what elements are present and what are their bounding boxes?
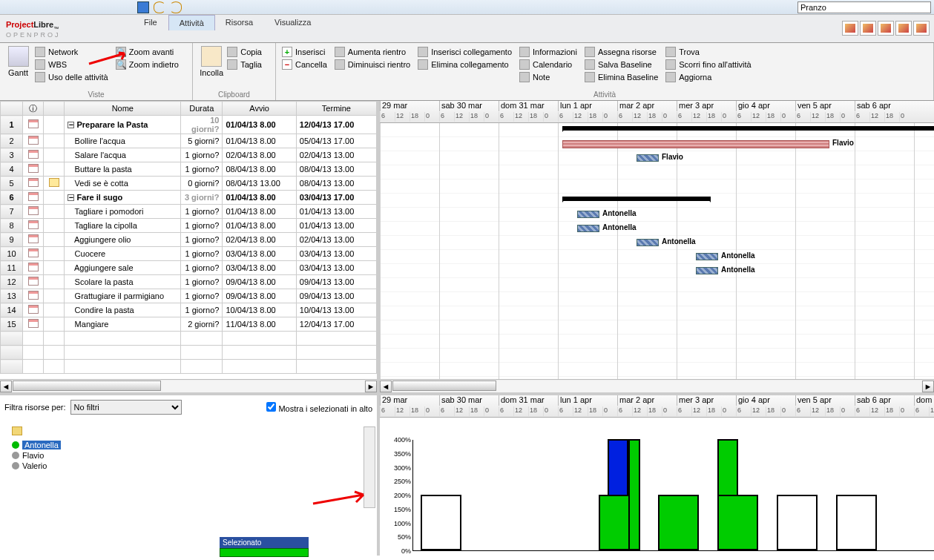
- resource-valerio[interactable]: Valerio: [12, 461, 372, 471]
- row-number[interactable]: 3: [1, 148, 23, 162]
- row-number[interactable]: 2: [1, 134, 23, 148]
- gantt-button[interactable]: Gantt: [6, 46, 30, 83]
- info-button[interactable]: Informazioni: [519, 46, 577, 58]
- task-start-cell[interactable]: 02/04/13 8.00: [223, 233, 296, 247]
- view-icon-4[interactable]: [895, 21, 912, 36]
- gantt-bar[interactable]: [577, 225, 599, 232]
- task-end-cell[interactable]: 03/04/13 13.00: [296, 247, 376, 261]
- task-name-cell[interactable]: Mangiare: [65, 317, 181, 332]
- task-start-cell[interactable]: 03/04/13 8.00: [223, 247, 296, 261]
- task-end-cell[interactable]: 05/04/13 17.00: [296, 134, 376, 148]
- table-row[interactable]: 12 Scolare la pasta1 giorno?09/04/13 8.0…: [1, 275, 377, 289]
- row-number[interactable]: 12: [1, 275, 23, 289]
- note-button[interactable]: Note: [519, 71, 577, 83]
- task-name-cell[interactable]: Buttare la pasta: [65, 162, 181, 177]
- table-row[interactable]: [1, 360, 377, 374]
- table-row[interactable]: 11 Aggiungere sale1 giorno?03/04/13 8.00…: [1, 261, 377, 275]
- gantt-bar[interactable]: [562, 140, 829, 148]
- delete-baseline-button[interactable]: Elimina Baseline: [585, 71, 658, 83]
- task-start-cell[interactable]: 10/04/13 8.00: [223, 303, 296, 317]
- gantt-pane[interactable]: 29 mar612180sab 30 mar612180dom 31 mar61…: [380, 101, 934, 392]
- view-icon-3[interactable]: [878, 21, 894, 36]
- task-name-cell[interactable]: Tagliare i pomodori: [65, 205, 181, 219]
- folder-icon[interactable]: [12, 426, 22, 435]
- task-end-cell[interactable]: 12/04/13 17.00: [296, 116, 376, 134]
- scroll-thumb[interactable]: [13, 381, 161, 391]
- task-end-cell[interactable]: 08/04/13 13.00: [296, 177, 376, 191]
- task-name-cell[interactable]: Grattugiare il parmigiano: [65, 289, 181, 303]
- task-name-cell[interactable]: Scolare la pasta: [65, 275, 181, 289]
- table-row[interactable]: [1, 346, 377, 360]
- row-number[interactable]: 4: [1, 162, 23, 177]
- task-end-cell[interactable]: 03/04/13 17.00: [296, 191, 376, 205]
- task-hscroll[interactable]: ◄ ►: [0, 379, 377, 392]
- task-start-cell[interactable]: 01/04/13 8.00: [223, 134, 296, 148]
- col-indicator[interactable]: ⓘ: [23, 102, 44, 116]
- gantt-scroll-thumb[interactable]: [392, 381, 496, 391]
- show-selected-check[interactable]: Mostra i selezionati in alto: [266, 402, 372, 413]
- filter-select[interactable]: No filtri: [70, 400, 182, 415]
- task-start-cell[interactable]: 09/04/13 8.00: [223, 289, 296, 303]
- task-end-cell[interactable]: 01/04/13 13.00: [296, 219, 376, 233]
- task-name-cell[interactable]: Condire la pasta: [65, 303, 181, 317]
- task-start-cell[interactable]: 08/04/13 13.00: [223, 177, 296, 191]
- gantt-bar[interactable]: [562, 197, 711, 201]
- resource-vscroll[interactable]: [364, 426, 375, 508]
- histogram-pane[interactable]: 29 mar612180sab 30 mar612180dom 31 mar61…: [380, 395, 934, 556]
- zoom-out-button[interactable]: 🔍Zoom indietro: [116, 59, 179, 70]
- table-row[interactable]: 10 Cuocere1 giorno?03/04/13 8.0003/04/13…: [1, 247, 377, 261]
- task-duration-cell[interactable]: 10 giorni?: [181, 116, 223, 134]
- table-row[interactable]: 14 Condire la pasta1 giorno?10/04/13 8.0…: [1, 303, 377, 317]
- task-end-cell[interactable]: 08/04/13 13.00: [296, 162, 376, 177]
- task-duration-cell[interactable]: 1 giorno?: [181, 205, 223, 219]
- table-row[interactable]: 4 Buttare la pasta1 giorno?08/04/13 8.00…: [1, 162, 377, 177]
- row-number[interactable]: 7: [1, 205, 23, 219]
- table-row[interactable]: 13 Grattugiare il parmigiano1 giorno?09/…: [1, 289, 377, 303]
- task-name-cell[interactable]: Bollire l'acqua: [65, 134, 181, 148]
- task-start-cell[interactable]: 01/04/13 8.00: [223, 191, 296, 205]
- unlink-button[interactable]: Elimina collegamento: [418, 59, 512, 70]
- col-durata[interactable]: Durata: [181, 102, 223, 116]
- task-duration-cell[interactable]: 1 giorno?: [181, 289, 223, 303]
- task-name-cell[interactable]: Vedi se è cotta: [65, 177, 181, 191]
- table-row[interactable]: 1−Preparare la Pasta10 giorni?01/04/13 8…: [1, 116, 377, 134]
- menu-attivita[interactable]: Attività: [168, 15, 215, 30]
- zoom-in-button[interactable]: 🔍Zoom avanti: [116, 46, 179, 58]
- row-number[interactable]: 10: [1, 247, 23, 261]
- col-avvio[interactable]: Avvio: [223, 102, 296, 116]
- col-termine[interactable]: Termine: [296, 102, 376, 116]
- row-number[interactable]: 6: [1, 191, 23, 205]
- task-name-cell[interactable]: Aggiungere olio: [65, 233, 181, 247]
- link-button[interactable]: Inserisci collegamento: [418, 46, 512, 58]
- project-name-field[interactable]: Pranzo: [797, 1, 931, 13]
- save-icon[interactable]: [137, 1, 149, 13]
- task-start-cell[interactable]: 09/04/13 8.00: [223, 275, 296, 289]
- network-button[interactable]: Network: [35, 46, 108, 58]
- assign-resources-button[interactable]: Assegna risorse: [585, 46, 658, 58]
- task-duration-cell[interactable]: 1 giorno?: [181, 162, 223, 177]
- row-number[interactable]: 5: [1, 177, 23, 191]
- row-number[interactable]: 11: [1, 261, 23, 275]
- task-duration-cell[interactable]: 1 giorno?: [181, 303, 223, 317]
- show-selected-checkbox[interactable]: [266, 402, 276, 412]
- paste-button[interactable]: Incolla: [199, 46, 224, 77]
- task-end-cell[interactable]: 09/04/13 13.00: [296, 275, 376, 289]
- resource-tree[interactable]: Antonella Flavio Valerio: [12, 426, 372, 551]
- table-row[interactable]: 6−Fare il sugo3 giorni?01/04/13 8.0003/0…: [1, 191, 377, 205]
- task-start-cell[interactable]: 01/04/13 8.00: [223, 219, 296, 233]
- task-end-cell[interactable]: 02/04/13 13.00: [296, 148, 376, 162]
- gantt-body[interactable]: FlavioFlavioAntonellaAntonellaAntonellaA…: [380, 123, 934, 379]
- row-number[interactable]: 13: [1, 289, 23, 303]
- gantt-bar[interactable]: [562, 126, 934, 131]
- task-duration-cell[interactable]: 1 giorno?: [181, 148, 223, 162]
- table-row[interactable]: 8 Tagliare la cipolla1 giorno?01/04/13 8…: [1, 219, 377, 233]
- indent-button[interactable]: Aumenta rientro: [335, 46, 410, 58]
- gantt-bar[interactable]: [637, 154, 659, 162]
- task-duration-cell[interactable]: 5 giorni?: [181, 134, 223, 148]
- view-icon-1[interactable]: [842, 21, 858, 36]
- table-row[interactable]: 5 Vedi se è cotta0 giorni?08/04/13 13.00…: [1, 177, 377, 191]
- col-indicator2[interactable]: [44, 102, 65, 116]
- table-row[interactable]: 15 Mangiare2 giorni?11/04/13 8.0012/04/1…: [1, 317, 377, 332]
- task-name-cell[interactable]: −Preparare la Pasta: [65, 116, 181, 134]
- task-end-cell[interactable]: 03/04/13 13.00: [296, 261, 376, 275]
